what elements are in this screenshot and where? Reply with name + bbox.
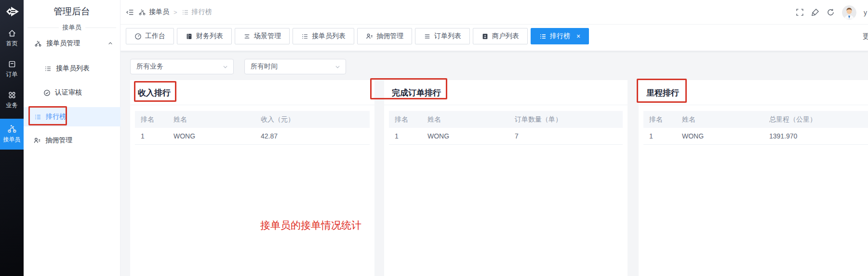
select-value: 所有业务 [136,62,163,71]
dashboard-gauge-icon [134,33,142,40]
person-lines-icon [366,33,373,40]
business-filter-select[interactable]: 所有业务 [130,59,234,74]
sidebar-item-ranking[interactable]: 排行榜 [24,107,120,126]
sidebar-item-label: 认证审核 [55,88,82,97]
list-icon [539,33,547,40]
home-icon [7,29,17,38]
refresh-icon[interactable] [827,8,835,16]
column-header: 姓名 [427,115,515,124]
sidebar-item-certification-audit[interactable]: 认证审核 [24,83,120,102]
rank-cell: 1 [643,132,682,140]
chevron-down-icon [334,64,341,70]
completed-orders-ranking-table: 排名 姓名 订单数量（单） 1 WONG 7 [389,111,623,145]
income-ranking-panel: 收入排行 排名 姓名 收入（元） 1 WONG 42.87 接单员的接单情况统计 [130,80,374,276]
sidebar: 管理后台 接单员 接单员管理 接单员列表 认证审核 排行榜 抽佣管理 [24,0,120,276]
column-header: 排名 [389,115,427,124]
theme-skin-icon[interactable] [811,8,819,16]
rail-item-label: 接单员 [3,136,21,144]
sidebar-section-label: 接单员 [24,23,120,32]
order-icon [8,60,16,69]
name-cell: WONG [427,132,515,140]
breadcrumb: 接单员 > 排行榜 [120,8,212,16]
column-header: 订单数量（单） [515,115,623,124]
value-cell: 1391.970 [769,132,868,140]
breadcrumb-item-ranking: 排行榜 [182,8,212,16]
open-tabs: 工作台 财务列表 场景管理 接单员列表 抽佣管理 订单列表 [126,28,589,44]
rail-item-orders[interactable]: 订单 [0,60,24,79]
completed-orders-ranking-panel: 完成订单排行 排名 姓名 订单数量（单） 1 WONG 7 [384,80,628,276]
icon-rail: 首页 订单 业务 接单员 [0,0,24,276]
value-cell: 7 [515,132,623,140]
ledger-icon [186,33,193,40]
person-lines-icon [33,137,41,144]
table-row: 1 WONG 42.87 [135,128,370,145]
chevron-down-icon [222,64,228,70]
lines-icon [424,33,431,40]
sidebar-item-courier-list[interactable]: 接单员列表 [24,59,120,78]
panel-title: 完成订单排行 [384,80,628,105]
courier-bike-icon [7,124,17,134]
list-icon [182,9,189,16]
time-filter-select[interactable]: 所有时间 [244,59,346,74]
name-cell: WONG [174,132,261,140]
admin-dashboard: 首页 订单 业务 接单员 管理后台 接单员 接单员管理 接单员列表 认证 [0,0,868,276]
tab-ranking-active[interactable]: 排行榜 × [531,28,589,44]
list-icon [34,113,41,121]
chevron-up-icon [107,41,113,46]
rail-item-label: 首页 [6,40,18,48]
tab-order-list[interactable]: 订单列表 [415,28,470,44]
tab-commission-management[interactable]: 抽佣管理 [357,28,412,44]
sidebar-item-label: 抽佣管理 [45,136,72,145]
user-avatar[interactable] [842,5,856,20]
tab-courier-list[interactable]: 接单员列表 [293,28,354,44]
value-cell: 42.87 [261,132,370,140]
tab-workbench[interactable]: 工作台 [126,28,174,44]
tabs-overflow-label[interactable]: 更 [863,32,868,41]
rail-item-home[interactable]: 首页 [0,29,24,48]
lines-icon [243,33,251,40]
column-header: 姓名 [682,115,769,124]
rail-item-business[interactable]: 业务 [0,91,24,110]
column-header: 姓名 [174,115,261,124]
tab-merchant-list[interactable]: 商户列表 [473,28,528,44]
top-header: 接单员 > 排行榜 y [120,0,868,25]
username-label[interactable]: y [864,9,867,16]
rank-cell: 1 [135,132,174,140]
sidebar-item-courier-management[interactable]: 接单员管理 [24,34,120,53]
sidebar-item-commission-management[interactable]: 抽佣管理 [24,131,120,150]
table-row: 1 WONG 1391.970 [643,128,868,145]
rail-item-label: 订单 [6,70,18,79]
tab-scene-management[interactable]: 场景管理 [235,28,290,44]
column-header: 总里程（公里） [769,115,868,124]
app-title: 管理后台 [24,5,120,18]
header-actions: y [796,0,868,25]
app-logo-icon[interactable] [4,4,20,19]
breadcrumb-separator: > [174,9,177,16]
select-value: 所有时间 [251,62,278,71]
panel-title: 里程排行 [639,80,868,105]
check-circle-icon [43,89,51,97]
breadcrumb-item-courier[interactable]: 接单员 [138,8,169,16]
table-header-row: 排名 姓名 收入（元） [135,111,370,128]
income-ranking-table: 排名 姓名 收入（元） 1 WONG 42.87 [135,111,370,145]
table-header-row: 排名 姓名 总里程（公里） [643,111,868,128]
courier-bike-icon [34,40,42,47]
sidebar-item-label: 接单员列表 [56,64,90,73]
apps-grid-icon [8,91,16,99]
panel-title: 收入排行 [130,80,374,105]
sidebar-item-label: 排行榜 [46,112,66,121]
collapse-sidebar-icon[interactable] [126,8,134,16]
annotation-note: 接单员的接单情况统计 [260,219,361,232]
rank-cell: 1 [389,132,427,140]
sidebar-item-label: 接单员管理 [46,39,80,48]
rail-item-label: 业务 [6,101,18,110]
courier-bike-icon [138,9,146,16]
column-header: 收入（元） [261,115,370,124]
fullscreen-icon[interactable] [796,8,804,16]
column-header: 排名 [135,115,174,124]
main-content: 所有业务 所有时间 收入排行 排名 姓名 收入（元） 1 WONG 42.87 [120,51,868,276]
tab-bar: 工作台 财务列表 场景管理 接单员列表 抽佣管理 订单列表 [120,25,868,51]
close-tab-icon[interactable]: × [576,33,580,40]
rail-item-courier[interactable]: 接单员 [0,119,24,150]
tab-finance-list[interactable]: 财务列表 [177,28,232,44]
